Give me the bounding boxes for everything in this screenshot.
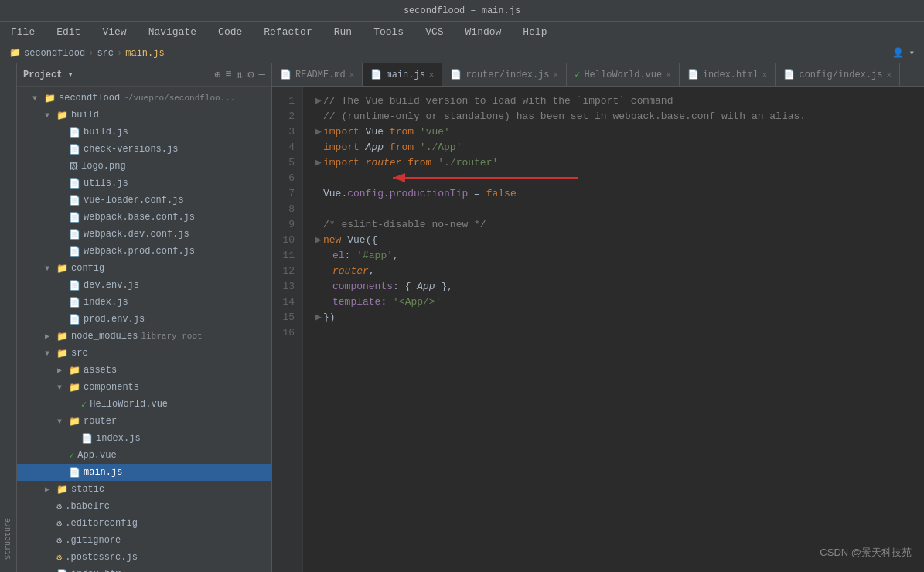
tab-mainjs-label: main.js — [386, 70, 424, 80]
user-icon: 👤 ▾ — [892, 47, 915, 59]
line-num-6: 6 — [272, 170, 302, 186]
line-num-5: 5 — [272, 155, 302, 170]
file-tree: ▼ 📁 secondflood ~/vuepro/secondfloo... ▼… — [17, 87, 271, 572]
menu-tools[interactable]: Tools — [369, 25, 408, 39]
tab-configindex[interactable]: 📄 config/index.js ✕ — [776, 63, 900, 86]
collapse-icon[interactable]: ≡ — [225, 68, 231, 81]
tab-indexhtml[interactable]: 📄 index.html ✕ — [680, 63, 776, 86]
tree-item-editorconfig[interactable]: ⚙ .editorconfig — [17, 515, 271, 532]
tree-item-helloworld-vue[interactable]: ✓ HelloWorld.vue — [17, 396, 271, 413]
code-line-7: Vue.config.productionTip = false — [315, 186, 924, 201]
tree-item-config[interactable]: ▼ 📁 config — [17, 260, 271, 277]
tree-item-webpack-prod[interactable]: 📄 webpack.prod.conf.js — [17, 243, 271, 260]
left-sidebar-strip: Structure — [0, 63, 17, 572]
menu-refactor[interactable]: Refactor — [259, 25, 316, 39]
tree-item-main-js[interactable]: 📄 main.js — [17, 464, 271, 481]
line-numbers: 1 2 3 4 5 6 7 8 9 10 11 12 13 14 15 16 — [272, 87, 303, 572]
code-line-11: el: '#app', — [315, 247, 924, 263]
code-content[interactable]: ▶ // The Vue build version to load with … — [303, 87, 924, 572]
tree-item-check-versions[interactable]: 📄 check-versions.js — [17, 141, 271, 158]
tab-mainjs[interactable]: 📄 main.js ✕ — [363, 63, 442, 86]
breadcrumb-part-2[interactable]: src — [97, 48, 114, 59]
code-line-8 — [315, 201, 924, 216]
tree-item-build[interactable]: ▼ 📁 build — [17, 107, 271, 124]
line-num-14: 14 — [272, 294, 302, 309]
tree-item-webpack-base[interactable]: 📄 webpack.base.conf.js — [17, 209, 271, 226]
editor-area: 📄 README.md ✕ 📄 main.js ✕ 📄 router/index… — [272, 63, 924, 572]
code-line-9: /* eslint-disable no-new */ — [315, 216, 924, 232]
menu-help[interactable]: Help — [518, 25, 551, 39]
menu-window[interactable]: Window — [461, 25, 506, 39]
code-line-6 — [315, 170, 924, 186]
tab-helloworld-close[interactable]: ✕ — [666, 70, 671, 80]
tab-helloworld[interactable]: ✓ HelloWorld.vue ✕ — [567, 63, 680, 86]
tree-item-webpack-dev[interactable]: 📄 webpack.dev.conf.js — [17, 226, 271, 243]
menu-code[interactable]: Code — [213, 25, 247, 39]
sort-icon[interactable]: ⇅ — [237, 68, 243, 81]
tree-item-build-js[interactable]: 📄 build.js — [17, 124, 271, 141]
tab-indexhtml-close[interactable]: ✕ — [762, 70, 768, 80]
line-num-16: 16 — [272, 325, 302, 340]
breadcrumb-part-1[interactable]: secondflood — [24, 48, 85, 59]
indexhtml-icon: 📄 — [687, 69, 699, 80]
tree-item-babelrc[interactable]: ⚙ .babelrc — [17, 498, 271, 515]
close-panel-icon[interactable]: — — [259, 68, 265, 81]
tree-item-src[interactable]: ▼ 📁 src — [17, 345, 271, 362]
configindex-icon: 📄 — [783, 69, 795, 80]
locate-icon[interactable]: ⊕ — [214, 68, 220, 81]
structure-tab[interactable]: Structure — [1, 512, 15, 566]
tab-routerindex[interactable]: 📄 router/index.js ✕ — [442, 63, 567, 86]
settings-icon[interactable]: ⚙ — [247, 68, 254, 81]
tree-item-index-js-config[interactable]: 📄 index.js — [17, 294, 271, 311]
tree-item-utils-js[interactable]: 📄 utils.js — [17, 175, 271, 192]
tab-configindex-close[interactable]: ✕ — [887, 70, 892, 80]
menu-run[interactable]: Run — [329, 25, 356, 39]
tab-readme-close[interactable]: ✕ — [349, 70, 355, 80]
tab-readme-label: README.md — [295, 70, 346, 80]
tab-mainjs-close[interactable]: ✕ — [429, 70, 435, 80]
line-num-3: 3 — [272, 124, 302, 139]
line-num-10: 10 — [272, 232, 302, 247]
tree-item-components[interactable]: ▼ 📁 components — [17, 379, 271, 396]
panel-header: Project ▾ ⊕ ≡ ⇅ ⚙ — — [17, 63, 271, 87]
line-num-13: 13 — [272, 278, 302, 294]
tree-item-assets[interactable]: ▶ 📁 assets — [17, 362, 271, 379]
tab-helloworld-label: HelloWorld.vue — [584, 70, 662, 80]
tree-item-router-index[interactable]: 📄 index.js — [17, 430, 271, 447]
tree-item-node-modules[interactable]: ▶ 📁 node_modules library root — [17, 328, 271, 345]
tree-item-logo-png[interactable]: 🖼 logo.png — [17, 158, 271, 175]
menu-file[interactable]: File — [6, 25, 39, 39]
tab-indexhtml-label: index.html — [703, 70, 759, 80]
watermark-text: CSDN @景天科技苑 — [820, 546, 912, 558]
tab-readme[interactable]: 📄 README.md ✕ — [272, 63, 363, 86]
tree-item-app-vue[interactable]: ✓ App.vue — [17, 447, 271, 464]
code-line-4: import App from './App' — [315, 139, 924, 155]
line-num-8: 8 — [272, 201, 302, 216]
router-icon: 📄 — [450, 69, 462, 80]
code-editor[interactable]: 1 2 3 4 5 6 7 8 9 10 11 12 13 14 15 16 — [272, 87, 924, 572]
breadcrumb-part-3[interactable]: main.js — [125, 48, 164, 59]
line-num-12: 12 — [272, 263, 302, 278]
tab-routerindex-close[interactable]: ✕ — [554, 70, 559, 80]
title-text: secondflood – main.js — [404, 5, 520, 16]
menu-edit[interactable]: Edit — [52, 25, 85, 39]
tree-item-gitignore[interactable]: ⚙ .gitignore — [17, 532, 271, 549]
menu-navigate[interactable]: Navigate — [144, 25, 201, 39]
tree-item-prod-env[interactable]: 📄 prod.env.js — [17, 311, 271, 328]
code-line-3: ▶ import Vue from 'vue' — [315, 124, 924, 139]
tree-item-secondflood[interactable]: ▼ 📁 secondflood ~/vuepro/secondfloo... — [17, 90, 271, 107]
menu-view[interactable]: View — [97, 25, 131, 39]
tree-item-static[interactable]: ▶ 📁 static — [17, 481, 271, 498]
menu-vcs[interactable]: VCS — [421, 25, 448, 39]
line-num-1: 1 — [272, 93, 302, 108]
code-line-12: router, — [315, 263, 924, 278]
helloworld-icon: ✓ — [575, 69, 580, 80]
tree-item-vue-loader[interactable]: 📄 vue-loader.conf.js — [17, 192, 271, 209]
tree-item-postcssrc[interactable]: ⚙ .postcssrc.js — [17, 549, 271, 566]
code-line-5: ▶ import router from './router' — [315, 155, 924, 170]
tree-item-index-html[interactable]: 📄 index.html — [17, 566, 271, 572]
tree-item-dev-env[interactable]: 📄 dev.env.js — [17, 277, 271, 294]
arrow-annotation — [346, 169, 609, 187]
menu-bar: File Edit View Navigate Code Refactor Ru… — [0, 22, 924, 43]
tree-item-router[interactable]: ▼ 📁 router — [17, 413, 271, 430]
